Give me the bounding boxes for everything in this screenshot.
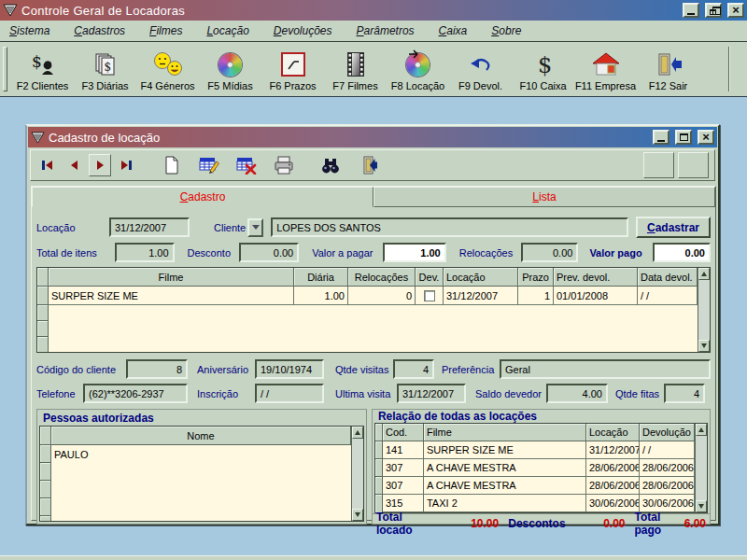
toolbar-label: F8 Locação	[391, 80, 444, 91]
dialog-minimize-button[interactable]	[653, 130, 669, 145]
rentals-grid-scrollbar[interactable]	[695, 424, 707, 512]
col-diaria[interactable]: Diária	[294, 268, 348, 287]
authorized-grid-empty-row	[40, 481, 351, 498]
minimize-button[interactable]	[683, 3, 699, 18]
toolbar-f6-prazos[interactable]: F6 Prazos	[261, 44, 324, 94]
col-prazo[interactable]: Prazo	[518, 268, 554, 287]
toolbar-f8-locacao[interactable]: F8 Locação	[387, 44, 449, 94]
col-locacao[interactable]: Locação	[444, 268, 518, 287]
col-data-devol[interactable]: Data devol.	[638, 268, 698, 287]
scroll-up-button[interactable]	[696, 424, 707, 436]
prev-record-button[interactable]	[63, 154, 85, 176]
menu-locacao[interactable]: Locação	[206, 24, 248, 37]
rentals-grid: Cod. Filme Locação Devolução 141 SURPER …	[374, 423, 708, 513]
dialog-close-button[interactable]: ×	[698, 130, 714, 145]
col-locacao[interactable]: Locação	[586, 424, 640, 441]
authorized-grid-scrollbar[interactable]	[351, 427, 363, 521]
dev-checkbox[interactable]	[424, 290, 435, 301]
cd-icon	[218, 50, 242, 78]
col-filme[interactable]: Filme	[424, 424, 586, 441]
toolbar-f12-sair[interactable]: F12 Sair	[637, 44, 699, 94]
qtde-visitas-label: Qtde visitas	[335, 364, 393, 375]
saldo-devedor-field: 4.00	[546, 384, 608, 403]
scroll-down-button[interactable]	[696, 500, 707, 512]
prev-record-icon	[66, 158, 81, 173]
cell-locacao: 31/12/2007	[444, 287, 518, 305]
scroll-up-button[interactable]	[352, 427, 363, 439]
authorized-grid-row[interactable]: PAULO	[40, 445, 351, 463]
dialog-maximize-button[interactable]	[675, 130, 692, 145]
col-dev[interactable]: Dev.	[416, 268, 444, 287]
print-button[interactable]	[272, 154, 296, 176]
menu-cadastros[interactable]: Cadastros	[74, 24, 125, 37]
col-prev-devol[interactable]: Prev. devol.	[554, 268, 638, 287]
col-nome[interactable]: Nome	[51, 427, 351, 445]
cell-locacao: 28/06/2006	[586, 477, 640, 495]
toolbar-f10-caixa[interactable]: $ F10 Caixa	[512, 44, 574, 94]
scroll-down-button[interactable]	[352, 509, 363, 521]
films-grid-row[interactable]: SURPER SIZE ME 1.00 0 31/12/2007 1 01/01…	[37, 287, 698, 305]
menu-parametros[interactable]: Parâmetros	[357, 24, 415, 37]
cd-arrow-icon	[406, 50, 430, 78]
col-relocacoes[interactable]: Relocações	[348, 268, 416, 287]
minimize-icon	[657, 140, 665, 142]
col-cod[interactable]: Cod.	[383, 424, 424, 441]
toolbar-f2-clientes[interactable]: $ F2 Clientes	[11, 44, 74, 94]
smileys-icon	[152, 50, 184, 78]
dialog-title: Cadastro de locação	[49, 131, 647, 145]
cliente-name-field[interactable]: LOPES DOS SANTOS	[271, 217, 628, 237]
edit-record-button[interactable]	[197, 154, 221, 176]
menu-filmes[interactable]: Filmes	[149, 24, 182, 37]
scroll-up-button[interactable]	[698, 268, 710, 280]
rentals-grid-row[interactable]: 307 A CHAVE MESTRA 28/06/2006 28/06/2006	[375, 459, 695, 477]
films-grid-scrollbar[interactable]	[698, 268, 710, 352]
tab-cadastro[interactable]: Cadastro	[32, 187, 374, 207]
locacao-date-field[interactable]: 31/12/2007	[109, 217, 190, 237]
restore-button[interactable]	[705, 3, 722, 18]
rentals-grid-row[interactable]: 141 SURPER SIZE ME 31/12/2007 / /	[375, 441, 695, 459]
maximize-icon	[680, 133, 688, 141]
close-button[interactable]: ×	[727, 3, 744, 18]
mdi-area: Cadastro de locação ×	[0, 97, 747, 555]
triangle-down-icon	[701, 343, 707, 351]
toolbar-f5-midias[interactable]: F5 Mídias	[199, 44, 261, 94]
client-row-1: Código do cliente 8 Aniversário 19/10/19…	[36, 359, 711, 379]
menu-devolucoes[interactable]: Devoluções	[274, 24, 332, 37]
toolbar-f11-empresa[interactable]: F11 Empresa	[574, 44, 637, 94]
toolbar-f3-diarias[interactable]: $ F3 Diárias	[74, 44, 136, 94]
col-filme[interactable]: Filme	[49, 268, 294, 287]
menu-sobre[interactable]: Sobre	[491, 24, 521, 37]
tab-control: Cadastro Lista Locação 31/12/2007 Client…	[31, 186, 716, 521]
cell-cod: 141	[383, 441, 424, 459]
house-icon	[592, 50, 620, 78]
toolbar-f4-generos[interactable]: F4 Géneros	[136, 44, 199, 94]
col-devolucao[interactable]: Devolução	[640, 424, 695, 441]
new-record-button[interactable]	[160, 154, 184, 176]
exit-button[interactable]	[356, 154, 380, 176]
undo-arrow-icon	[470, 50, 492, 78]
tab-lista[interactable]: Lista	[374, 187, 715, 207]
cliente-dropdown-button[interactable]	[247, 218, 263, 237]
toolbar-label: F6 Prazos	[269, 80, 316, 91]
toolbar-label: F7 Filmes	[332, 80, 377, 91]
last-record-button[interactable]	[115, 154, 137, 176]
delete-record-button[interactable]	[234, 154, 259, 176]
next-record-button[interactable]	[89, 154, 111, 176]
valor-pago-label: Valor pago	[589, 247, 653, 259]
first-record-button[interactable]	[36, 154, 59, 176]
cell-filme: SURPER SIZE ME	[424, 441, 586, 459]
cadastrar-button[interactable]: Cadastrar	[636, 217, 711, 238]
films-grid: Filme Diária Relocações Dev. Locação Pra…	[36, 267, 711, 353]
toolbar-f9-devol[interactable]: F9 Devol.	[449, 44, 512, 94]
scroll-down-button[interactable]	[698, 340, 710, 352]
tab-body: Locação 31/12/2007 Cliente LOPES DOS SAN…	[32, 207, 715, 525]
authorized-grid-header: Nome	[40, 427, 351, 445]
toolbar-f7-filmes[interactable]: F7 Filmes	[324, 44, 387, 94]
toolbar-gripper[interactable]	[3, 47, 7, 91]
find-button[interactable]	[318, 154, 343, 176]
menu-caixa[interactable]: Caixa	[439, 24, 468, 37]
menu-sistema[interactable]: Sistema	[9, 24, 49, 37]
rentals-grid-row[interactable]: 307 A CHAVE MESTRA 28/06/2006 28/06/2006	[375, 477, 695, 495]
printer-icon	[274, 156, 294, 175]
cell-locacao: 31/12/2007	[586, 441, 640, 459]
